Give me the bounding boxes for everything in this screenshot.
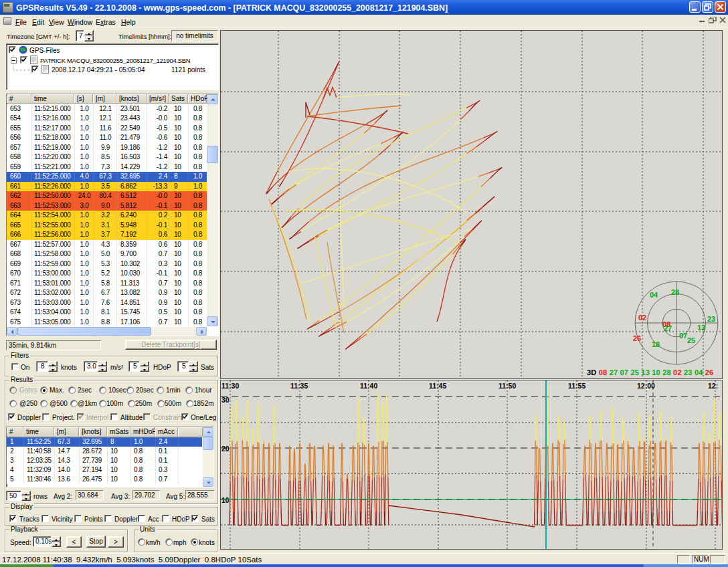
svg-text:23: 23 <box>707 315 715 323</box>
svg-text:04: 04 <box>650 291 658 299</box>
svg-text:13: 13 <box>697 324 705 332</box>
svg-text:07: 07 <box>679 332 687 340</box>
svg-text:27: 27 <box>664 324 672 332</box>
svg-text:02: 02 <box>638 314 646 322</box>
svg-text:26: 26 <box>633 334 641 342</box>
svg-text:28: 28 <box>671 288 679 296</box>
svg-text:25: 25 <box>687 336 695 344</box>
svg-text:18: 18 <box>652 340 660 348</box>
